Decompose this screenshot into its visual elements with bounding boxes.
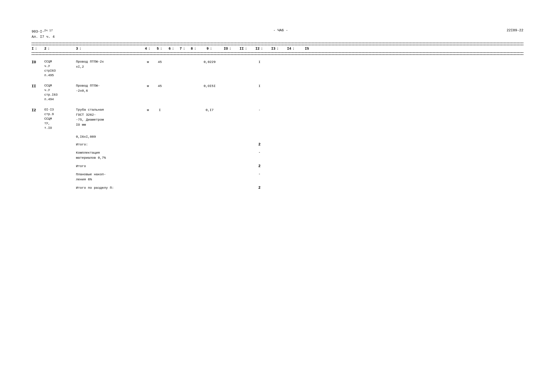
col-header-8: 8 [191,47,193,51]
doc-number-suffix: 2ч 17 [44,29,53,32]
page: 903-I-2ч 17 Ал. I7 ч. 4 - ЧА6 - 22I89-22… [0,0,555,392]
table-row: I2 OI-I3стр.9ССЦМтУ,т.IO Труба стальнаяГ… [32,105,523,133]
sub-row-formula-label: 0,I6хI,089 [76,135,142,139]
header-al-line: Ал. I7 ч. 4 [32,34,55,40]
column-header-row: I : 2 : 3 : 4 : 5 : 6 : 7 : 8 : [32,45,523,53]
col-sep-13: : [277,47,279,51]
col-header-4: 4 [145,47,147,51]
row-i2-qty: I [153,107,166,113]
col-header-9: 9 [207,47,209,51]
col-sep-14: : [292,47,295,51]
sub-row-itogo1-val: 2 [252,143,267,147]
sub-row-planovye: Плановые накоп-ления 6% - [32,170,523,184]
col-sep-8: : [194,47,196,51]
sub-row-itogo-razdel-val: 2 [252,186,267,190]
col-header-12: I2 [255,47,259,51]
col-sep-6: : [172,47,174,51]
sub-row-itogo1: Итого: 2 [32,141,523,149]
col-sep-4: : [148,47,150,51]
col-sep-10: : [229,47,231,51]
header-center: - ЧА6 - [55,29,507,32]
col-sep-5: : [160,47,162,51]
col-header-13: I3 [271,47,275,51]
col-header-10: IO [224,47,228,51]
row-i2-id: I2 [32,107,44,113]
row-ii-unit: м [142,83,153,89]
table-row: IO ССЦМч.УстрI63п.495 Провод ПТПЖ-2ххI,2… [32,57,523,80]
col-header-14: I4 [287,47,291,51]
col-sep-12: : [261,47,263,51]
row-ii-col9: 0,OI5I [199,83,220,89]
col-header-5: 5 [157,47,159,51]
header-doc-number: 903-I-2ч 17 [32,29,55,34]
row-ii-col3: Провод ПТПЖ--2х0,6 [76,83,142,93]
row-io-col9: 0,0229 [199,59,220,65]
col-header-2: 2 [44,47,46,51]
col-sep-7: : [183,47,185,51]
col-header-15: I5 [305,47,309,51]
row-io-col2: ССЦМч.УстрI63п.495 [44,59,76,78]
sub-row-komplekt-val: - [252,150,267,154]
header-bottom-dashed-line [32,54,523,55]
sub-row-itogo-razdel: Итого по разделу П: 2 [32,184,523,192]
col-header-3: 3 [76,47,78,51]
col-sep-2: : [48,47,50,51]
sub-row-itogo2: Итого 2 [32,162,523,170]
row-i2-col2: OI-I3стр.9ССЦМтУ,т.IO [44,107,76,130]
row-io-unit: м [142,59,153,65]
row-io-qty: 45 [153,59,166,65]
row-ii-id: II [32,83,44,89]
col-sep-11: : [245,47,247,51]
col-header-11: II [240,47,244,51]
header-right: 22I89-22 [507,29,523,32]
row-io-col3: Провод ПТПЖ-2ххI,2 [76,59,142,69]
row-i2-col3: Труба стальнаяГОСТ 3262--75, ДиаметромIO… [76,107,142,127]
sub-row-planovye-val: - [252,172,267,176]
header-left: 903-I-2ч 17 Ал. I7 ч. 4 [32,29,55,40]
doc-number-part1: 903-I- [32,30,44,34]
row-i2-col9: 0,I7 [199,107,220,113]
col-sep-9: : [210,47,212,51]
col-sep-3: : [79,47,81,51]
col-header-1: I [32,47,34,51]
row-ii-col12: I [252,83,267,89]
header-block: 903-I-2ч 17 Ал. I7 ч. 4 - ЧА6 - 22I89-22 [32,29,523,40]
top-dashed-line [32,43,523,43]
sub-row-planovye-label: Плановые накоп-ления 6% [76,172,142,182]
table-area: IO ССЦМч.УстрI63п.495 Провод ПТПЖ-2ххI,2… [32,57,523,192]
row-i2-unit: м [142,107,153,113]
row-i2-col12: - [252,107,267,113]
row-io-col12: I [252,59,267,65]
sub-row-itogo-razdel-label: Итого по разделу П: [76,186,142,190]
row-ii-col2: ССЦМч.Устр.I63п.494 [44,83,76,102]
sub-row-itogo2-val: 2 [252,164,267,168]
sub-row-komplekt-label: Комплектацияматериалов 0,7% [76,150,142,160]
table-row: II ССЦМч.Устр.I63п.494 Провод ПТПЖ--2х0,… [32,80,523,105]
row-ii-qty: 45 [153,83,166,89]
sub-row-itogo2-label: Итого [76,164,142,168]
col-header-6: 6 [169,47,171,51]
sub-row-formula: 0,I6хI,089 [32,133,523,141]
col-sep-1: : [35,47,37,51]
row-io-id: IO [32,59,44,65]
sub-row-itogo1-label: Итого: [76,143,142,146]
col-header-7: 7 [180,47,182,51]
sub-row-komplekt: Комплектацияматериалов 0,7% - [32,149,523,162]
